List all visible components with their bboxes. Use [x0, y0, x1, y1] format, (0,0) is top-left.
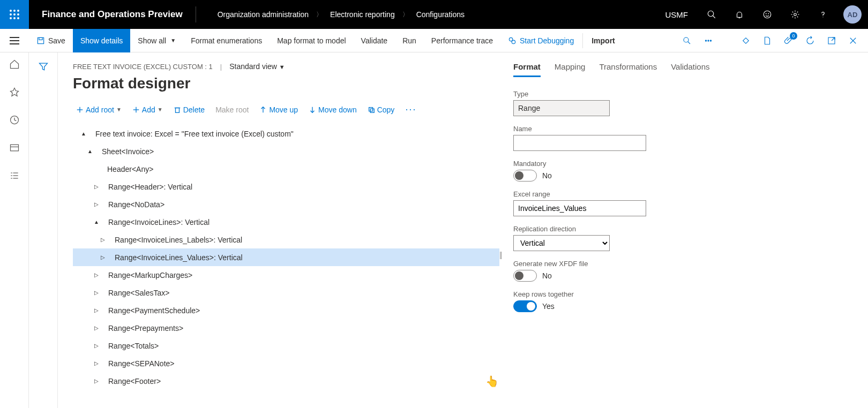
help-icon[interactable]: [809, 0, 837, 29]
tree-node-range-nodata[interactable]: ▷Range<NoData>: [73, 195, 499, 213]
bell-icon[interactable]: [725, 0, 753, 29]
search-small-icon[interactable]: [676, 29, 698, 52]
type-field[interactable]: [513, 100, 610, 116]
workspace-icon[interactable]: [9, 142, 20, 155]
replication-direction-select[interactable]: Vertical: [513, 235, 610, 251]
user-avatar[interactable]: AD: [843, 5, 862, 24]
show-details-button[interactable]: Show details: [73, 29, 130, 52]
tree-node-range-salestax[interactable]: ▷Range<SalesTax>: [73, 284, 499, 301]
add-button[interactable]: Add ▼: [129, 103, 166, 116]
collapse-icon[interactable]: ▲: [79, 131, 88, 137]
tree-node-range-footer[interactable]: ▷Range<Footer>: [73, 372, 499, 390]
tab-mapping[interactable]: Mapping: [555, 62, 586, 77]
tree-node-range-paymentschedule[interactable]: ▷Range<PaymentSchedule>: [73, 301, 499, 319]
diamond-icon[interactable]: [735, 29, 757, 52]
show-all-button[interactable]: Show all ▼: [130, 29, 183, 52]
save-button[interactable]: Save: [29, 29, 73, 52]
svg-point-12: [766, 13, 766, 14]
expand-icon[interactable]: ▷: [92, 325, 101, 331]
collapse-icon[interactable]: ▲: [86, 148, 94, 154]
view-selector[interactable]: Standard view ▼: [229, 62, 285, 71]
page-icon[interactable]: [757, 29, 778, 52]
tree-node-range-invoicelines-values[interactable]: ▷Range<InvoiceLines_Values>: Vertical: [73, 248, 499, 266]
svg-point-11: [764, 11, 771, 18]
refresh-icon[interactable]: [799, 29, 821, 52]
expand-icon[interactable]: ▷: [92, 272, 101, 278]
move-up-button[interactable]: Move up: [256, 103, 301, 116]
expand-icon[interactable]: ▷: [92, 360, 101, 366]
company-label[interactable]: USMF: [656, 10, 698, 19]
expand-icon[interactable]: ▷: [99, 254, 107, 260]
expand-icon[interactable]: ▷: [92, 343, 101, 349]
run-button[interactable]: Run: [395, 29, 424, 52]
validate-button[interactable]: Validate: [354, 29, 395, 52]
more-icon[interactable]: [698, 29, 719, 52]
mandatory-toggle[interactable]: [513, 170, 537, 182]
delete-button[interactable]: Delete: [170, 103, 208, 116]
format-enumerations-button[interactable]: Format enumerations: [183, 29, 270, 52]
smiley-icon[interactable]: [753, 0, 781, 29]
close-icon[interactable]: [842, 29, 864, 52]
expand-icon[interactable]: ▷: [92, 307, 101, 313]
tree-node-range-invoicelines-labels[interactable]: ▷Range<InvoiceLines_Labels>: Vertical: [73, 231, 499, 248]
add-root-button[interactable]: Add root ▼: [73, 103, 125, 116]
map-format-button[interactable]: Map format to model: [270, 29, 353, 52]
left-pane: FREE TEXT INVOICE (EXCEL) CUSTOM : 1 | S…: [58, 52, 504, 408]
tree-node-range-totals[interactable]: ▷Range<Totals>: [73, 337, 499, 354]
tab-format[interactable]: Format: [513, 62, 541, 77]
import-button[interactable]: Import: [584, 29, 623, 52]
tree-node-root[interactable]: ▲Free text invoice: Excel = "Free text i…: [73, 125, 499, 142]
tree-node-range-header[interactable]: ▷Range<Header>: Vertical: [73, 178, 499, 195]
gear-icon[interactable]: [781, 0, 809, 29]
svg-rect-15: [38, 37, 43, 43]
performance-trace-button[interactable]: Performance trace: [424, 29, 500, 52]
tree-node-range-prepayments[interactable]: ▷Range<Prepayments>: [73, 319, 499, 337]
hamburger-button[interactable]: [0, 29, 29, 52]
modules-icon[interactable]: [9, 170, 20, 183]
excel-range-field[interactable]: [513, 200, 646, 216]
tab-transformations[interactable]: Transformations: [599, 62, 657, 77]
expand-icon[interactable]: ▷: [99, 237, 107, 243]
keep-rows-toggle[interactable]: [513, 300, 537, 312]
svg-rect-45: [369, 107, 372, 111]
replication-direction-label: Replication direction: [513, 225, 868, 233]
expand-icon[interactable]: ▷: [92, 378, 101, 384]
breadcrumb-item[interactable]: Configurations: [416, 10, 465, 19]
start-debugging-button[interactable]: Start Debugging: [500, 29, 581, 52]
app-launcher-button[interactable]: [0, 0, 29, 29]
more-button[interactable]: ···: [402, 102, 420, 117]
header-pipe: |: [220, 63, 222, 71]
expand-icon[interactable]: ▷: [92, 201, 101, 207]
tree-node-range-invoicelines[interactable]: ▲Range<InvoiceLines>: Vertical: [73, 213, 499, 231]
move-down-button[interactable]: Move down: [305, 103, 360, 116]
svg-point-18: [512, 40, 515, 43]
tree-node-range-markup[interactable]: ▷Range<MarkupCharges>: [73, 266, 499, 284]
attachment-icon[interactable]: 0: [778, 29, 799, 52]
tree-view[interactable]: ▲Free text invoice: Excel = "Free text i…: [73, 125, 504, 392]
home-icon[interactable]: [9, 59, 20, 72]
splitter-handle[interactable]: ||: [499, 251, 501, 259]
tab-validations[interactable]: Validations: [671, 62, 709, 77]
collapse-icon[interactable]: ▲: [92, 219, 101, 225]
breadcrumb-item[interactable]: Organization administration: [218, 10, 309, 19]
name-field[interactable]: [513, 135, 646, 151]
command-separator: [582, 33, 583, 48]
popout-icon[interactable]: [821, 29, 842, 52]
copy-button[interactable]: Copy: [364, 103, 398, 116]
tree-node-range-sepanote[interactable]: ▷Range<SEPANote>: [73, 354, 499, 372]
tree-node-header-any[interactable]: Header<Any>: [73, 160, 499, 178]
generate-xfdf-toggle[interactable]: [513, 270, 537, 282]
breadcrumb-item[interactable]: Electronic reporting: [330, 10, 395, 19]
keep-rows-value: Yes: [542, 302, 555, 311]
clock-icon[interactable]: [9, 115, 20, 127]
tree-toolbar: Add root ▼ Add ▼ Delete Make root Move u…: [73, 102, 504, 117]
search-icon[interactable]: [698, 0, 725, 29]
chevron-right-icon: 〉: [402, 10, 409, 19]
star-icon[interactable]: [9, 87, 20, 100]
app-title: Finance and Operations Preview: [29, 9, 196, 20]
filter-icon[interactable]: [38, 61, 49, 74]
filter-column: [29, 52, 58, 408]
expand-icon[interactable]: ▷: [92, 184, 101, 190]
expand-icon[interactable]: ▷: [92, 290, 101, 296]
tree-node-sheet[interactable]: ▲Sheet<Invoice>: [73, 142, 499, 160]
